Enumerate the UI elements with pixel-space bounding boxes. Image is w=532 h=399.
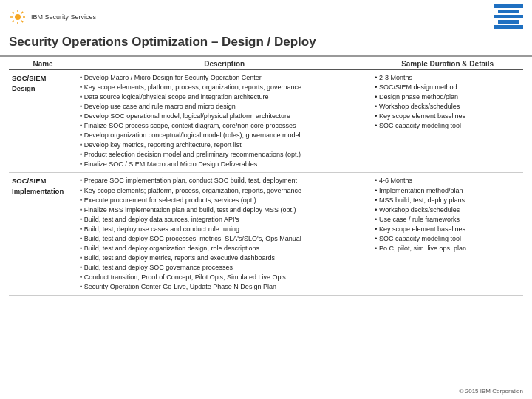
description-item: Develop Macro / Micro Design for Securit… (80, 73, 369, 83)
company-name: IBM Security Services (31, 13, 96, 21)
description-item: Data source logical/physical scope and i… (80, 92, 369, 102)
description-item: Develop use case and rule macro and micr… (80, 102, 369, 112)
row-description-cell: Prepare SOC implementation plan, conduct… (77, 173, 372, 296)
col-header-sample: Sample Duration & Details (372, 57, 523, 70)
description-item: Build, test and deploy SOC governance pr… (80, 263, 369, 273)
row-description-cell: Develop Macro / Micro Design for Securit… (77, 70, 372, 173)
description-item: Build, test and deploy SOC processes, me… (80, 234, 369, 244)
row-name-cell: SOC/SIEM Design (9, 70, 77, 173)
sample-item: 2-3 Months (375, 73, 520, 83)
page-header: IBM Security Services (0, 0, 532, 32)
sample-item: Workshop decks/schedules (375, 102, 520, 112)
description-item: Conduct transition; Proof of Concept, Pi… (80, 273, 369, 282)
sample-item: MSS build, test, deploy plans (375, 196, 520, 205)
svg-line-8 (13, 20, 14, 21)
description-item: Finalize MSS implementation plan and bui… (80, 205, 369, 215)
sample-item: Design phase method/plan (375, 92, 520, 102)
page-title: Security Operations Optimization – Desig… (0, 32, 532, 57)
ibm-security-icon (9, 8, 27, 26)
main-table: Name Description Sample Duration & Detai… (9, 57, 523, 296)
table-row: SOC/SIEM DesignDevelop Macro / Micro Des… (9, 70, 523, 173)
svg-line-6 (21, 20, 23, 21)
sample-item: Po.C, pilot, sim. live ops. plan (375, 244, 520, 253)
description-item: Security Operation Center Go-Live, Updat… (80, 282, 369, 292)
description-item: Finalize SOC / SIEM Macro and Micro Desi… (80, 160, 369, 169)
table-row: SOC/SIEM ImplementationPrepare SOC imple… (9, 173, 523, 296)
description-item: Develop SOC operational model, logical/p… (80, 112, 369, 121)
description-item: Finalize SOC process scope, context diag… (80, 121, 369, 131)
footer: © 2015 IBM Corporation (460, 388, 523, 395)
sample-item: Key scope element baselines (375, 112, 520, 121)
sample-item: SOC capacity modeling tool (375, 121, 520, 131)
description-item: Key scope elements; platform, process, o… (80, 186, 369, 196)
sample-item: SOC capacity modeling tool (375, 234, 520, 244)
main-table-container: Name Description Sample Duration & Detai… (0, 57, 532, 296)
row-sample-cell: 4-6 MonthsImplementation method/planMSS … (372, 173, 523, 296)
ibm-logo (494, 4, 523, 29)
logo-area: IBM Security Services (9, 8, 96, 26)
description-item: Product selection decision model and pre… (80, 150, 369, 160)
description-item: Execute procurement for selected product… (80, 196, 369, 205)
row-name-cell: SOC/SIEM Implementation (9, 173, 77, 296)
row-sample-cell: 2-3 MonthsSOC/SIEM design methodDesign p… (372, 70, 523, 173)
description-item: Key scope elements; platform, process, o… (80, 83, 369, 92)
sample-item: Implementation method/plan (375, 186, 520, 196)
description-item: Build, test, deploy use cases and conduc… (80, 225, 369, 234)
description-item: Build, test and deploy metrics, reports … (80, 253, 369, 263)
col-header-name: Name (9, 57, 77, 70)
description-item: Build, test and deploy data sources, int… (80, 215, 369, 225)
sample-item: Key scope element baselines (375, 225, 520, 234)
sample-item: Workshop decks/schedules (375, 205, 520, 215)
svg-line-7 (21, 11, 23, 13)
description-item: Build, test and deploy organization desi… (80, 244, 369, 253)
description-item: Prepare SOC implementation plan, conduct… (80, 176, 369, 185)
description-item: Develop key metrics, reporting architect… (80, 140, 369, 150)
svg-line-5 (13, 11, 14, 13)
sample-item: 4-6 Months (375, 176, 520, 185)
description-item: Develop organization conceptual/logical … (80, 131, 369, 140)
sample-item: Use case / rule frameworks (375, 215, 520, 225)
col-header-description: Description (77, 57, 372, 70)
svg-point-0 (15, 14, 21, 20)
sample-item: SOC/SIEM design method (375, 83, 520, 92)
